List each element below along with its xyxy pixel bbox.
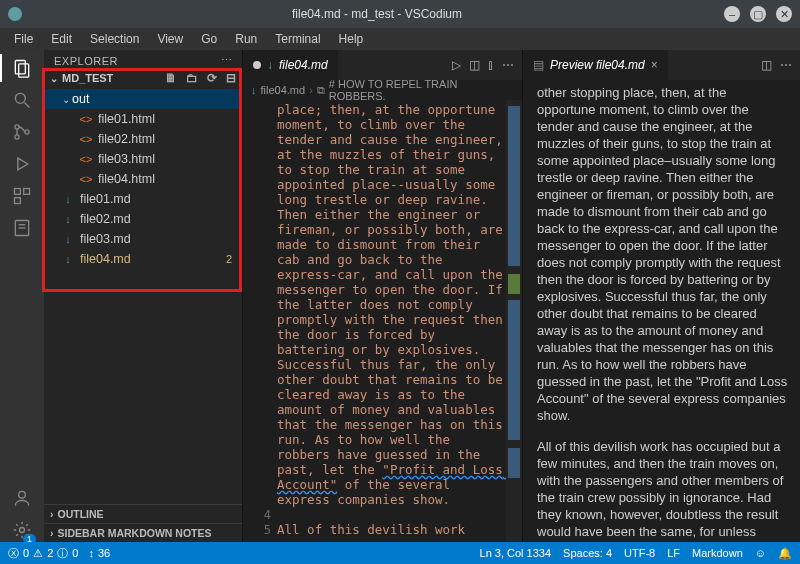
svg-point-2 (15, 93, 25, 103)
menu-bar: File Edit Selection View Go Run Terminal… (0, 28, 800, 50)
svg-rect-10 (15, 198, 21, 204)
file-file04-md[interactable]: ↓file04.md2 (44, 249, 242, 269)
line-gutter: 4 5 (243, 100, 277, 542)
html-icon: <> (78, 113, 94, 125)
activity-account-icon[interactable] (10, 486, 34, 510)
file-file03-md[interactable]: ↓file03.md (44, 229, 242, 249)
markdown-icon: ↓ (60, 193, 76, 205)
svg-line-3 (25, 103, 30, 108)
html-icon: <> (78, 153, 94, 165)
run-icon[interactable]: ▷ (452, 58, 461, 72)
status-feedback-icon[interactable]: ☺ (755, 547, 766, 560)
activity-notes-icon[interactable] (10, 216, 34, 240)
menu-file[interactable]: File (6, 30, 41, 48)
chevron-right-icon: › (50, 527, 54, 539)
svg-rect-8 (15, 189, 21, 195)
more-icon[interactable]: ⋯ (780, 58, 792, 72)
preview-paragraph: other stopping place, then, at the oppor… (537, 84, 788, 424)
preview-paragraph: All of this devilish work has occupied b… (537, 438, 788, 542)
window-title: file04.md - md_test - VSCodium (30, 7, 724, 21)
html-icon: <> (78, 173, 94, 185)
collapse-icon[interactable]: ⊟ (226, 71, 236, 85)
file-file03-html[interactable]: <>file03.html (44, 149, 242, 169)
more-icon[interactable]: ⋯ (502, 58, 514, 72)
svg-point-6 (25, 130, 29, 134)
editor-group-preview: ▤ Preview file04.md × ◫ ⋯ other stopping… (522, 50, 800, 542)
split-icon[interactable]: ◫ (761, 58, 772, 72)
activity-explorer-icon[interactable] (10, 56, 34, 80)
menu-help[interactable]: Help (331, 30, 372, 48)
modified-dot-icon (253, 61, 261, 69)
status-cursor[interactable]: Ln 3, Col 1334 (480, 547, 552, 560)
editor-group-source: ↓ file04.md ▷ ◫ ⫿ ⋯ ↓ file04.md › ⧉ # HO… (242, 50, 522, 542)
minimap[interactable] (506, 100, 522, 542)
activity-search-icon[interactable] (10, 88, 34, 112)
preview-side-icon[interactable]: ◫ (469, 58, 480, 72)
markdown-icon: ↓ (60, 233, 76, 245)
window-close-button[interactable]: ✕ (776, 6, 792, 22)
status-problems[interactable]: ⓧ0 ⚠2 ⓘ0 (8, 546, 78, 561)
explorer-sidebar: EXPLORER ⋯ ⌄ MD_TEST 🗎 🗀 ⟳ ⊟ ⌄ out <>fil… (44, 50, 242, 542)
menu-selection[interactable]: Selection (82, 30, 147, 48)
app-icon (8, 7, 22, 21)
editor-body[interactable]: 4 5 place; then, at the opportune moment… (243, 100, 522, 542)
tab-file04-md[interactable]: ↓ file04.md (243, 50, 338, 80)
menu-go[interactable]: Go (193, 30, 225, 48)
warning-icon: ⚠ (33, 547, 43, 560)
file-file02-md[interactable]: ↓file02.md (44, 209, 242, 229)
file-file01-md[interactable]: ↓file01.md (44, 189, 242, 209)
activity-settings-icon[interactable]: 1 (10, 518, 34, 542)
html-icon: <> (78, 133, 94, 145)
sidebar-notes-section[interactable]: ›SIDEBAR MARKDOWN NOTES (44, 523, 242, 542)
split-icon[interactable]: ⫿ (488, 58, 494, 72)
explorer-more-icon[interactable]: ⋯ (221, 54, 233, 67)
lines-icon: ↕ (88, 547, 94, 559)
chevron-right-icon: › (50, 508, 54, 520)
outline-section[interactable]: ›OUTLINE (44, 504, 242, 523)
new-folder-icon[interactable]: 🗀 (186, 71, 198, 85)
project-name[interactable]: MD_TEST (62, 72, 155, 84)
activity-bar: 1 (0, 50, 44, 542)
close-icon[interactable]: × (651, 58, 658, 72)
tab-label: Preview file04.md (550, 58, 645, 72)
breadcrumb[interactable]: ↓ file04.md › ⧉ # HOW TO REPEL TRAIN ROB… (243, 80, 522, 100)
markdown-preview[interactable]: other stopping place, then, at the oppor… (523, 80, 800, 542)
status-bar: ⓧ0 ⚠2 ⓘ0 ↕36 Ln 3, Col 1334 Spaces: 4 UT… (0, 542, 800, 564)
status-encoding[interactable]: UTF-8 (624, 547, 655, 560)
status-bell-icon[interactable]: 🔔 (778, 547, 792, 560)
new-file-icon[interactable]: 🗎 (165, 71, 177, 85)
chevron-down-icon: ⌄ (60, 94, 72, 105)
svg-rect-0 (15, 61, 25, 74)
error-icon: ⓧ (8, 546, 19, 561)
settings-badge: 1 (23, 534, 36, 544)
svg-point-5 (15, 135, 19, 139)
folder-label: out (72, 92, 89, 106)
explorer-title: EXPLORER (54, 55, 118, 67)
folder-out[interactable]: ⌄ out (44, 89, 242, 109)
status-language[interactable]: Markdown (692, 547, 743, 560)
svg-rect-1 (19, 64, 29, 77)
activity-extensions-icon[interactable] (10, 184, 34, 208)
file-file01-html[interactable]: <>file01.html (44, 109, 242, 129)
tab-label: file04.md (279, 58, 328, 72)
refresh-icon[interactable]: ⟳ (207, 71, 217, 85)
status-lines[interactable]: ↕36 (88, 547, 110, 559)
menu-terminal[interactable]: Terminal (267, 30, 328, 48)
window-maximize-button[interactable]: ▢ (750, 6, 766, 22)
file-file02-html[interactable]: <>file02.html (44, 129, 242, 149)
svg-point-15 (20, 528, 25, 533)
tab-preview[interactable]: ▤ Preview file04.md × (523, 50, 668, 80)
info-icon: ⓘ (57, 546, 68, 561)
svg-point-4 (15, 125, 19, 129)
status-eol[interactable]: LF (667, 547, 680, 560)
activity-debug-icon[interactable] (10, 152, 34, 176)
chevron-down-icon[interactable]: ⌄ (50, 73, 58, 84)
file-file04-html[interactable]: <>file04.html (44, 169, 242, 189)
activity-scm-icon[interactable] (10, 120, 34, 144)
svg-point-14 (19, 491, 26, 498)
status-spaces[interactable]: Spaces: 4 (563, 547, 612, 560)
menu-edit[interactable]: Edit (43, 30, 80, 48)
menu-view[interactable]: View (149, 30, 191, 48)
menu-run[interactable]: Run (227, 30, 265, 48)
window-minimize-button[interactable]: – (724, 6, 740, 22)
